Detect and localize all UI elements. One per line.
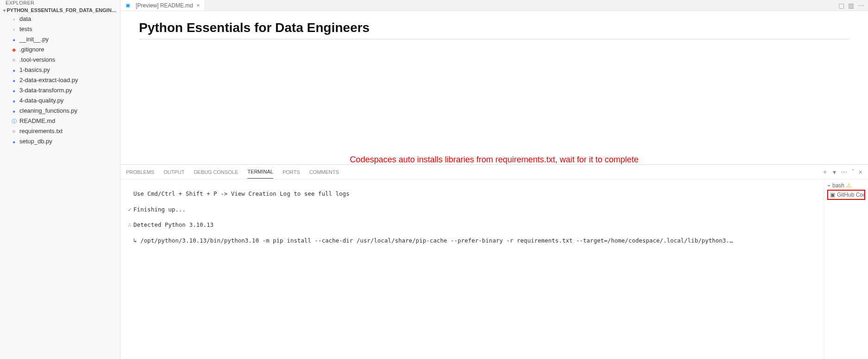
py-icon: ⬥ [10,77,18,84]
editor-actions: ▢ ▥ ⋯ [838,2,868,9]
terminal-icon: ⌁ [827,182,830,189]
close-icon[interactable]: × [195,2,201,9]
file-item[interactable]: ⬥3-data-transform.py [2,85,120,96]
file-tree: ›data›tests⬥__init__.py◆.gitignore≡.tool… [0,14,120,147]
txt-icon: ≡ [10,128,18,135]
file-item[interactable]: ⓘREADME.md [2,116,120,126]
terminal-label: GitHub Cod… [837,192,865,198]
check-icon: ✓ [126,206,133,214]
tree-item-label: 2-data-extract-load.py [19,76,78,85]
preview-icon: ▣ [124,2,132,9]
terminal-line: Use Cmd/Ctrl + Shift + P -> View Creatio… [133,190,350,198]
tree-item-label: 1-basics.py [19,65,50,75]
file-item[interactable]: ⬥__init__.py [2,34,120,45]
main-area: ▣ [Preview] README.md × ▢ ▥ ⋯ Python Ess… [120,0,868,359]
panel-tab-comments[interactable]: COMMENTS [309,166,339,179]
file-item[interactable]: ◆.gitignore [2,45,120,55]
py-icon: ⬥ [10,107,18,115]
chevron-up-icon[interactable]: ˆ [852,168,854,176]
tree-item-label: requirements.txt [19,127,63,136]
terminal-label: bash [832,182,844,189]
terminal-icon: ▣ [830,192,835,198]
tree-item-label: __init__.py [19,35,49,44]
tree-item-label: 3-data-transform.py [19,86,72,95]
warning-icon: ⚠ [846,182,851,189]
file-item[interactable]: ⬥1-basics.py [2,65,120,75]
tab-label: [Preview] README.md [136,2,193,9]
panel-actions: ＋ ▾ ⋯ ˆ × [822,168,862,176]
more-icon[interactable]: ⋯ [858,2,864,9]
more-icon[interactable]: ⋯ [841,168,847,176]
tree-item-label: .tool-versions [19,55,55,64]
folder-item[interactable]: ›tests [2,24,120,34]
tab-readme-preview[interactable]: ▣ [Preview] README.md × [120,0,205,11]
preview-area: Python Essentials for Data Engineers Cod… [120,11,868,164]
py-icon: ⬥ [10,97,18,104]
terminal-output[interactable]: Use Cmd/Ctrl + Shift + P -> View Creatio… [120,180,824,359]
tree-item-label: setup_db.py [19,137,52,146]
terminal-item-codespaces[interactable]: ▣ GitHub Cod… [827,190,865,200]
panel-tab-ports[interactable]: PORTS [283,166,300,179]
git-icon: ◆ [10,46,18,53]
page-title: Python Essentials for Data Engineers [139,20,849,39]
tree-item-label: tests [19,25,32,34]
file-item[interactable]: ⬥4-data-quality.py [2,96,120,106]
chevron-down-icon[interactable]: ▾ [833,168,836,176]
py-icon: ⬥ [10,87,18,94]
explorer-header: EXPLORER [0,0,120,6]
terminal-line: ↳ /opt/python/3.10.13/bin/python3.10 -m … [133,237,733,245]
tree-item-label: .gitignore [19,45,44,54]
terminal-line: Detected Python 3.10.13 [133,221,214,229]
terminal-item-bash[interactable]: ⌁ bash ⚠ [827,181,865,190]
file-item[interactable]: ⬥2-data-extract-load.py [2,75,120,85]
project-label: PYTHON_ESSENTIALS_FOR_DATA_ENGINEERS [CO… [7,7,119,13]
py-icon: ⬥ [10,66,18,74]
project-row[interactable]: ▾ PYTHON_ESSENTIALS_FOR_DATA_ENGINEERS [… [0,6,120,14]
split-editor-icon[interactable]: ▢ [838,2,844,9]
panel-tab-terminal[interactable]: TERMINAL [247,165,273,179]
tree-item-label: data [19,14,31,24]
folder-icon: › [10,15,18,23]
tree-item-label: README.md [19,116,55,126]
editor-tabbar: ▣ [Preview] README.md × ▢ ▥ ⋯ [120,0,868,11]
tree-item-label: cleaning_functions.py [19,106,77,115]
spinner-icon: ∴ [126,221,133,229]
terminal-list: ⌁ bash ⚠ ▣ GitHub Cod… [824,180,868,359]
info-icon: ⓘ [10,117,18,125]
panel-tab-debug-console[interactable]: DEBUG CONSOLE [194,166,238,179]
file-item[interactable]: ⬥cleaning_functions.py [2,106,120,116]
annotation-text: Codespaces auto installs libraries from … [350,155,638,164]
panel-body: Use Cmd/Ctrl + Shift + P -> View Creatio… [120,180,868,359]
folder-icon: › [10,26,18,33]
folder-item[interactable]: ›data [2,14,120,24]
bottom-panel: PROBLEMSOUTPUTDEBUG CONSOLETERMINALPORTS… [120,164,868,359]
file-item[interactable]: ≡.tool-versions [2,55,120,65]
explorer-sidebar: EXPLORER ▾ PYTHON_ESSENTIALS_FOR_DATA_EN… [0,0,120,359]
file-item[interactable]: ⬥setup_db.py [2,136,120,147]
file-item[interactable]: ≡requirements.txt [2,126,120,136]
txt-icon: ≡ [10,56,18,64]
panel-tabbar: PROBLEMSOUTPUTDEBUG CONSOLETERMINALPORTS… [120,165,868,180]
close-icon[interactable]: × [859,168,862,176]
layout-icon[interactable]: ▥ [848,2,854,9]
chevron-down-icon: ▾ [2,8,7,13]
py-icon: ⬥ [10,36,18,43]
terminal-line: Finishing up... [133,206,186,214]
tree-item-label: 4-data-quality.py [19,96,63,105]
py-icon: ⬥ [10,138,18,145]
panel-tab-output[interactable]: OUTPUT [164,166,184,179]
app-root: EXPLORER ▾ PYTHON_ESSENTIALS_FOR_DATA_EN… [0,0,868,359]
new-terminal-icon[interactable]: ＋ [822,168,828,176]
panel-tab-problems[interactable]: PROBLEMS [126,166,154,179]
